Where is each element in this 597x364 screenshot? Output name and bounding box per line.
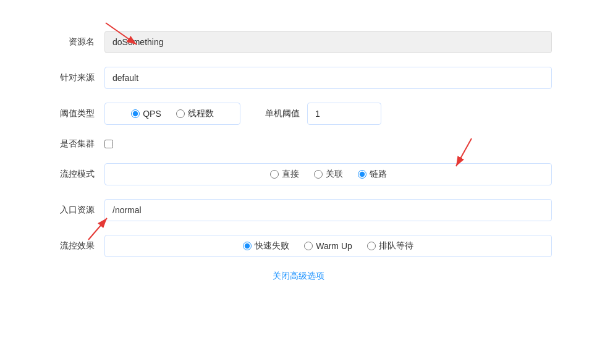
radio-threads-input[interactable] [176,109,185,118]
threshold-type-row: 阈值类型 QPS 线程数 单机阈值 [45,103,552,125]
close-advanced-section: 关闭高级选项 [45,271,552,282]
cluster-label: 是否集群 [45,138,95,150]
radio-queue-input[interactable] [367,242,376,250]
single-threshold-group: 单机阈值 [265,103,381,125]
single-threshold-input[interactable] [307,103,381,125]
entry-resource-control [104,199,552,221]
entry-resource-input[interactable] [104,199,552,221]
radio-chain[interactable]: 链路 [358,169,387,180]
threshold-type-radio-group: QPS 线程数 [104,103,240,125]
flow-mode-radio-group: 直接 关联 链路 [104,163,552,185]
entry-resource-label: 入口资源 [45,205,95,216]
entry-resource-row: 入口资源 [45,199,552,221]
radio-warm-up[interactable]: Warm Up [304,241,352,251]
flow-mode-label: 流控模式 [45,169,95,180]
radio-fast-fail[interactable]: 快速失败 [243,240,289,252]
radio-associated-input[interactable] [314,170,323,179]
single-threshold-label: 单机阈值 [265,108,300,119]
radio-associated[interactable]: 关联 [314,169,343,180]
source-row: 针对来源 [45,67,552,89]
flow-mode-row: 流控模式 直接 关联 链路 [45,163,552,185]
flow-effect-label: 流控效果 [45,240,95,252]
radio-warm-up-input[interactable] [304,242,313,250]
resource-name-label: 资源名 [45,36,95,48]
cluster-control [104,140,552,148]
source-control [104,67,552,89]
close-advanced-link[interactable]: 关闭高级选项 [273,271,324,281]
flow-effect-radio-group: 快速失败 Warm Up 排队等待 [104,235,552,257]
source-input[interactable] [104,67,552,89]
source-label: 针对来源 [45,72,95,83]
threshold-type-label: 阈值类型 [45,108,95,119]
radio-threads[interactable]: 线程数 [176,108,214,119]
radio-qps[interactable]: QPS [131,109,161,119]
radio-fast-fail-input[interactable] [243,242,252,250]
flow-effect-control: 快速失败 Warm Up 排队等待 [104,235,552,257]
resource-name-control [104,31,552,53]
radio-direct[interactable]: 直接 [270,169,299,180]
resource-name-row: 资源名 [45,31,552,53]
resource-name-input[interactable] [104,31,552,53]
radio-queue[interactable]: 排队等待 [367,240,413,252]
cluster-checkbox[interactable] [104,140,113,148]
cluster-row: 是否集群 [45,138,552,150]
radio-qps-input[interactable] [131,109,140,118]
radio-chain-input[interactable] [358,170,366,179]
cluster-checkbox-label[interactable] [104,140,552,148]
flow-effect-row: 流控效果 快速失败 Warm Up 排队等待 [45,235,552,257]
flow-mode-control: 直接 关联 链路 [104,163,552,185]
radio-direct-input[interactable] [270,170,279,179]
